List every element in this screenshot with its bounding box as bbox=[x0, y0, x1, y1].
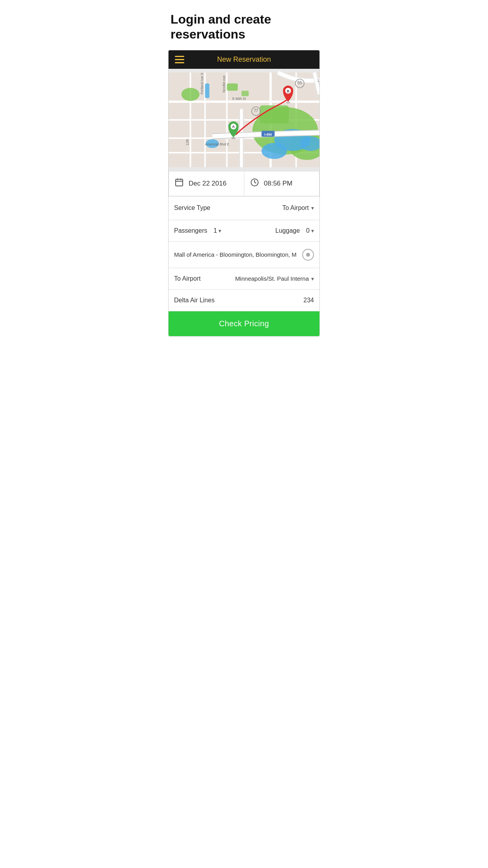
passengers-chevron-icon: ▾ bbox=[218, 228, 221, 234]
date-value: Dec 22 2016 bbox=[189, 180, 226, 188]
header-title: New Reservation bbox=[217, 55, 271, 64]
airline-name: Delta Air Lines bbox=[174, 297, 300, 304]
svg-rect-14 bbox=[227, 83, 238, 91]
service-type-label: Service Type bbox=[174, 204, 210, 211]
svg-text:55: 55 bbox=[297, 81, 302, 85]
passengers-label: Passengers bbox=[174, 227, 207, 234]
datetime-row: Dec 22 2016 08:56 PM bbox=[169, 171, 319, 197]
hamburger-menu-icon[interactable] bbox=[175, 56, 184, 63]
clock-icon bbox=[250, 178, 259, 189]
passengers-value: 1 bbox=[214, 227, 217, 234]
date-cell[interactable]: Dec 22 2016 bbox=[169, 171, 244, 196]
svg-text:E 66th St: E 66th St bbox=[232, 97, 246, 101]
service-type-row[interactable]: Service Type To Airport ▾ bbox=[169, 197, 319, 220]
app-header: New Reservation bbox=[169, 50, 319, 69]
to-airport-label: To Airport bbox=[174, 275, 201, 282]
luggage-chevron-icon: ▾ bbox=[311, 228, 314, 234]
current-location-icon[interactable] bbox=[302, 249, 314, 261]
airport-chevron-icon: ▾ bbox=[311, 276, 314, 282]
svg-text:12th: 12th bbox=[185, 139, 189, 145]
svg-text:B: B bbox=[287, 89, 290, 93]
pickup-location-text: Mall of America - Bloomington, Bloomingt… bbox=[174, 251, 299, 258]
page-title: Login and create reservations bbox=[163, 0, 325, 50]
svg-point-13 bbox=[181, 88, 199, 101]
svg-text:Nicollet Ave: Nicollet Ave bbox=[222, 75, 226, 92]
pickup-location-row[interactable]: Mall of America - Bloomington, Bloomingt… bbox=[169, 242, 319, 268]
check-pricing-button[interactable]: Check Pricing bbox=[169, 311, 319, 336]
svg-text:A: A bbox=[232, 125, 235, 129]
to-airport-value: Minneapolis/St. Paul Interna bbox=[235, 275, 309, 282]
svg-text:77: 77 bbox=[254, 108, 259, 112]
calendar-icon bbox=[174, 178, 184, 189]
app-container: New Reservation bbox=[168, 50, 320, 337]
passengers-luggage-row: Passengers 1 ▾ Luggage 0 ▾ bbox=[169, 220, 319, 242]
service-type-select[interactable]: To Airport ▾ bbox=[282, 204, 314, 211]
time-cell[interactable]: 08:56 PM bbox=[244, 171, 320, 196]
luggage-label: Luggage bbox=[275, 227, 300, 234]
svg-rect-20 bbox=[205, 83, 209, 98]
flight-number: 234 bbox=[303, 297, 314, 304]
airline-row[interactable]: Delta Air Lines 234 bbox=[169, 290, 319, 311]
luggage-select[interactable]: 0 ▾ bbox=[306, 227, 314, 234]
svg-text:110: 110 bbox=[317, 78, 319, 82]
passengers-select[interactable]: 1 ▾ bbox=[214, 227, 222, 234]
to-airport-row[interactable]: To Airport Minneapolis/St. Paul Interna … bbox=[169, 268, 319, 290]
time-value: 08:56 PM bbox=[264, 180, 293, 188]
svg-rect-15 bbox=[242, 91, 249, 96]
svg-text:I-494: I-494 bbox=[264, 132, 272, 136]
svg-text:Portland Ave S: Portland Ave S bbox=[200, 72, 204, 94]
service-type-value: To Airport bbox=[282, 204, 309, 211]
svg-rect-12 bbox=[260, 105, 289, 123]
svg-text:American Blvd E: American Blvd E bbox=[205, 142, 229, 146]
svg-rect-39 bbox=[176, 179, 183, 186]
map-area[interactable]: 55 110 77 I-494 Nicollet Ave Portland Av… bbox=[169, 69, 319, 171]
to-airport-select[interactable]: Minneapolis/St. Paul Interna ▾ bbox=[235, 275, 314, 282]
luggage-value: 0 bbox=[306, 227, 310, 234]
chevron-down-icon: ▾ bbox=[311, 205, 314, 211]
svg-point-17 bbox=[262, 143, 287, 159]
